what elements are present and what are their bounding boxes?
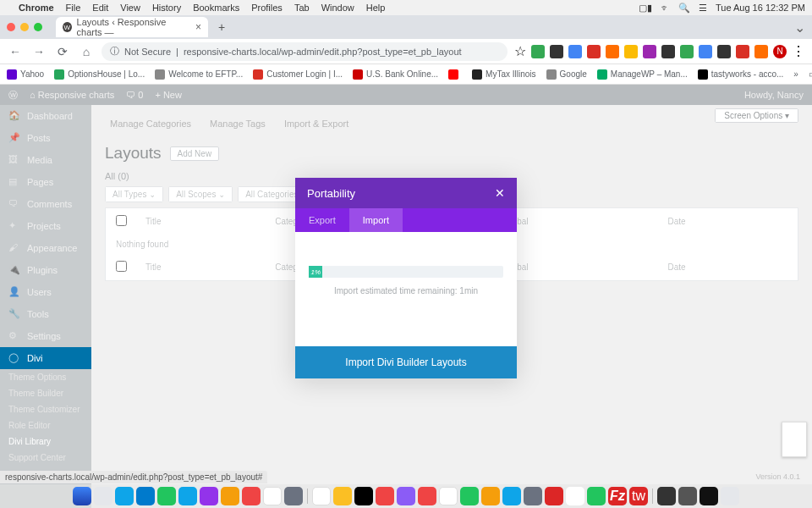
bookmark-item[interactable]: Welcome to EFTP... [155,69,243,80]
bookmark-item[interactable]: OptionsHouse | Lo... [54,69,145,80]
reload-button[interactable]: ⟳ [54,45,71,58]
dock-notes-icon[interactable] [333,487,352,505]
site-info-icon[interactable]: ⓘ [110,45,119,58]
dock-app-icon[interactable] [545,487,563,505]
forward-button[interactable]: → [30,45,47,58]
dock-app-icon[interactable]: tw [629,487,648,505]
other-bookmarks[interactable]: ▭Other Bookmarks [809,69,812,79]
import-layouts-button[interactable]: Import Divi Builder Layouts [295,346,517,378]
mac-menu-item[interactable]: File [66,3,81,13]
bookmark-item[interactable]: Google [546,69,587,80]
maximize-window-button[interactable] [34,23,42,31]
mac-menu-item[interactable]: History [152,3,181,13]
dock-settings-icon[interactable] [524,487,542,505]
profile-avatar[interactable]: N [773,45,787,58]
dock-app-icon[interactable] [587,487,606,505]
mac-menu-item[interactable]: Window [321,3,354,13]
bookmarks-overflow[interactable]: » [793,69,798,79]
dock-safari-icon[interactable] [115,487,134,505]
mac-menu-item[interactable]: Bookmarks [193,3,239,13]
dock-calendar-icon[interactable] [263,487,282,505]
mac-menu-item[interactable]: Edit [92,3,108,13]
dock-vscode-icon[interactable] [136,487,155,505]
mac-menu-item[interactable]: View [120,3,140,13]
mac-app-name[interactable]: Chrome [19,3,54,13]
dock-chrome-icon[interactable] [566,487,584,505]
modal-header: Portability ✕ [295,178,517,208]
dock-music-icon[interactable] [376,487,394,505]
extension-icon[interactable] [717,45,731,58]
modal-tab-export[interactable]: Export [295,208,349,232]
dock-appstore-icon[interactable] [502,487,521,505]
dock-news-icon[interactable] [418,487,436,505]
browser-tab[interactable]: W Layouts ‹ Responsive charts — × [56,17,208,37]
modal-overlay: Portability ✕ Export Import 1% Import es… [0,85,812,508]
extension-icon[interactable] [531,45,545,58]
url-input[interactable]: ⓘ Not Secure | responsive-charts.local/w… [102,42,508,61]
bookmark-item[interactable]: ManageWP – Man... [597,69,688,80]
dock-finder-icon[interactable] [73,487,91,505]
tab-close-button[interactable]: × [195,21,201,33]
bookmark-item[interactable]: U.S. Bank Online... [353,69,438,80]
extension-icon[interactable] [661,45,675,58]
tabs-menu-button[interactable]: ⌄ [794,19,805,36]
dock-app-icon[interactable] [242,487,261,505]
modal-tab-import[interactable]: Import [349,208,403,232]
dock-app-icon[interactable] [700,487,718,505]
status-bar-link: responsive-charts.local/wp-admin/edit.ph… [0,471,267,483]
mac-menu-item[interactable]: Tab [294,3,310,13]
mac-menu-item[interactable]: Profiles [251,3,283,13]
extension-icon[interactable] [643,45,656,58]
new-tab-button[interactable]: + [213,19,230,36]
bookmark-item[interactable]: MyTax Illinois [472,69,535,80]
dock-mail-icon[interactable] [178,487,197,505]
dock-app-icon[interactable] [200,487,218,505]
chrome-menu-button[interactable]: ⋮ [792,43,805,59]
home-button[interactable]: ⌂ [78,45,95,58]
dock-terminal-icon[interactable] [657,487,676,505]
dock-filezilla-icon[interactable]: Fz [608,487,627,505]
dock-app-icon[interactable] [284,487,303,505]
extension-icon[interactable] [568,45,582,58]
dock-app-icon[interactable] [481,487,500,505]
macos-menubar: Chrome File Edit View History Bookmarks … [0,0,812,15]
bookmark-item[interactable]: Customer Login | I... [253,69,343,80]
dock-podcasts-icon[interactable] [397,487,415,505]
dock-app-icon[interactable] [678,487,697,505]
chrome-window: W Layouts ‹ Responsive charts — × + ⌄ ← … [0,15,812,508]
extension-icon[interactable] [754,45,768,58]
progress-percent: 1% [311,268,321,276]
dock-launchpad-icon[interactable] [94,487,112,505]
back-button[interactable]: ← [7,45,24,58]
url-text: responsive-charts.local/wp-admin/edit.ph… [184,47,462,57]
modal-close-button[interactable]: ✕ [495,186,505,200]
extension-icon[interactable] [699,45,712,58]
bookmark-icon [253,69,263,80]
mac-menu-item[interactable]: Help [366,3,386,13]
youtube-icon [448,69,458,80]
dock-appletv-icon[interactable] [354,487,373,505]
extension-icon[interactable] [736,45,749,58]
extension-icon[interactable] [680,45,694,58]
search-icon[interactable]: 🔍 [678,3,690,14]
mac-clock[interactable]: Tue Aug 16 12:32 PM [716,3,805,13]
minimize-window-button[interactable] [20,23,29,31]
extension-icon[interactable] [550,45,563,58]
close-window-button[interactable] [7,23,15,31]
star-icon[interactable]: ☆ [514,43,526,59]
bookmark-item[interactable] [448,69,462,80]
bookmark-item[interactable]: tastyworks - acco... [698,69,784,80]
dock-trash-icon[interactable] [721,487,739,505]
window-controls [7,23,42,31]
progress-fill: 1% [309,266,322,278]
extension-icon[interactable] [624,45,638,58]
dock-reminders-icon[interactable] [312,487,331,505]
bookmark-item[interactable]: Yahoo [7,69,44,80]
dock-messages-icon[interactable] [157,487,176,505]
dock-app-icon[interactable] [439,487,458,505]
dock-app-icon[interactable] [221,487,239,505]
extension-icon[interactable] [606,45,619,58]
control-center-icon[interactable]: ☰ [699,3,707,14]
extension-icon[interactable] [587,45,601,58]
dock-app-icon[interactable] [460,487,479,505]
